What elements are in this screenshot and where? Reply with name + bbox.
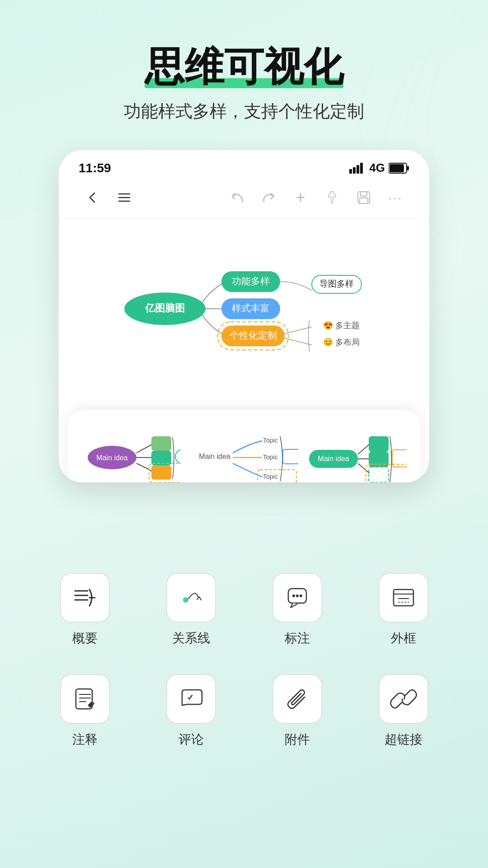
svg-text:Topic: Topic xyxy=(263,437,278,444)
note-label: 注释 xyxy=(72,731,98,748)
attachment-icon-box xyxy=(272,674,322,724)
svg-text:Topic: Topic xyxy=(263,473,278,480)
comment-icon xyxy=(178,685,205,712)
svg-rect-31 xyxy=(175,449,181,464)
undo-button[interactable] xyxy=(221,186,253,209)
save-button[interactable] xyxy=(348,186,380,209)
svg-rect-28 xyxy=(151,436,171,451)
feature-summary[interactable]: 概要 xyxy=(36,573,133,647)
svg-text:⑂: ⑂ xyxy=(178,480,181,482)
svg-rect-2 xyxy=(357,165,359,174)
style-preview-2: Main idea Topic Topic Topic xyxy=(190,424,298,482)
annotation-icon-box xyxy=(272,573,322,623)
menu-button[interactable] xyxy=(108,186,140,209)
svg-rect-3 xyxy=(360,163,363,174)
summary-icon xyxy=(71,584,99,611)
features-grid-row1: 概要 关系线 标注 xyxy=(36,573,452,647)
status-icons: 4G xyxy=(349,161,409,175)
svg-text:Main idea: Main idea xyxy=(199,453,230,460)
relation-icon-box xyxy=(166,573,216,623)
redo-button[interactable] xyxy=(253,186,285,209)
styles-row: Main idea xyxy=(81,424,407,482)
svg-rect-5 xyxy=(407,166,409,170)
svg-rect-43 xyxy=(369,436,389,452)
comment-label: 评论 xyxy=(178,731,204,748)
svg-text:Main idea: Main idea xyxy=(96,454,127,462)
svg-rect-45 xyxy=(369,467,389,482)
mindmap-canvas: 亿图脑图 功能多样 样式丰富 个性化定制 导图多样 😍 多主题 😊 多布 xyxy=(59,218,429,410)
svg-rect-30 xyxy=(151,465,171,480)
status-time: 11:59 xyxy=(79,161,111,175)
phone-mockup: 11:59 4G xyxy=(59,150,429,482)
svg-text:😍 多主题: 😍 多主题 xyxy=(323,321,360,330)
relation-label: 关系线 xyxy=(172,630,210,647)
style-item-2[interactable]: Main idea Topic Topic Topic xyxy=(190,424,298,482)
svg-text:Main idea: Main idea xyxy=(318,455,349,462)
back-button[interactable] xyxy=(77,186,108,209)
attachment-label: 附件 xyxy=(285,731,310,748)
svg-rect-11 xyxy=(361,192,367,196)
svg-rect-0 xyxy=(349,169,352,174)
svg-rect-12 xyxy=(360,198,368,203)
comment-icon-box xyxy=(166,674,216,724)
svg-text:亿图脑图: 亿图脑图 xyxy=(145,302,185,314)
style-item-3[interactable]: Main idea xyxy=(307,424,407,482)
subtitle: 功能样式多样，支持个性化定制 xyxy=(0,100,488,123)
styles-panel: Main idea xyxy=(68,410,420,482)
annotation-icon xyxy=(284,584,311,611)
svg-point-55 xyxy=(296,594,299,597)
pin-button[interactable] xyxy=(316,186,348,209)
frame-icon xyxy=(390,584,417,611)
feature-comment[interactable]: 评论 xyxy=(142,674,239,748)
svg-text:Topic: Topic xyxy=(263,453,278,461)
feature-relation[interactable]: 关系线 xyxy=(142,573,239,647)
phone-section: 11:59 4G xyxy=(0,150,488,482)
phone-toolbar: + ··· xyxy=(59,179,429,218)
note-icon xyxy=(71,685,99,712)
svg-text:😊 多布局: 😊 多布局 xyxy=(323,337,360,347)
signal-icon xyxy=(349,163,366,174)
svg-point-54 xyxy=(292,594,295,597)
summary-label: 概要 xyxy=(72,630,98,647)
svg-point-56 xyxy=(300,594,302,597)
svg-rect-38 xyxy=(283,449,298,464)
svg-rect-1 xyxy=(353,167,356,174)
svg-text:导图多样: 导图多样 xyxy=(319,279,354,288)
feature-frame[interactable]: 外框 xyxy=(355,573,452,647)
feature-note[interactable]: 注释 xyxy=(36,674,133,748)
style-preview-1: Main idea xyxy=(81,424,181,482)
network-type: 4G xyxy=(369,161,385,175)
battery-icon xyxy=(389,162,409,174)
status-bar: 11:59 4G xyxy=(59,150,429,179)
note-icon-box xyxy=(60,674,110,724)
svg-text:样式丰富: 样式丰富 xyxy=(232,303,270,313)
svg-text:个性化定制: 个性化定制 xyxy=(230,330,277,340)
relation-icon xyxy=(178,584,205,611)
feature-hyperlink[interactable]: 超链接 xyxy=(355,674,452,748)
style-preview-3: Main idea xyxy=(307,424,407,482)
feature-attachment[interactable]: 附件 xyxy=(249,674,346,748)
more-button[interactable]: ··· xyxy=(380,186,411,209)
header-section: 思维可视化 功能样式多样，支持个性化定制 xyxy=(0,0,488,150)
add-button[interactable]: + xyxy=(285,186,316,209)
summary-icon-box xyxy=(60,573,110,623)
frame-label: 外框 xyxy=(391,630,416,647)
hyperlink-icon-box xyxy=(379,674,428,724)
svg-rect-6 xyxy=(389,164,404,172)
hyperlink-label: 超链接 xyxy=(385,731,422,748)
svg-text:功能多样: 功能多样 xyxy=(232,276,270,286)
main-title: 思维可视化 xyxy=(145,45,343,89)
attachment-icon xyxy=(284,685,311,712)
style-item-1[interactable]: Main idea xyxy=(81,424,181,482)
hyperlink-icon xyxy=(390,685,417,712)
features-section: 概要 关系线 标注 xyxy=(0,546,488,775)
svg-point-52 xyxy=(183,597,188,603)
svg-rect-57 xyxy=(394,590,413,606)
features-grid-row2: 注释 评论 附件 xyxy=(36,674,452,748)
feature-annotation[interactable]: 标注 xyxy=(249,573,346,647)
svg-text:⑂: ⑂ xyxy=(287,481,293,482)
annotation-label: 标注 xyxy=(285,630,310,647)
mindmap-svg: 亿图脑图 功能多样 样式丰富 个性化定制 导图多样 😍 多主题 😊 多布 xyxy=(77,232,411,386)
frame-icon-box xyxy=(379,573,428,623)
